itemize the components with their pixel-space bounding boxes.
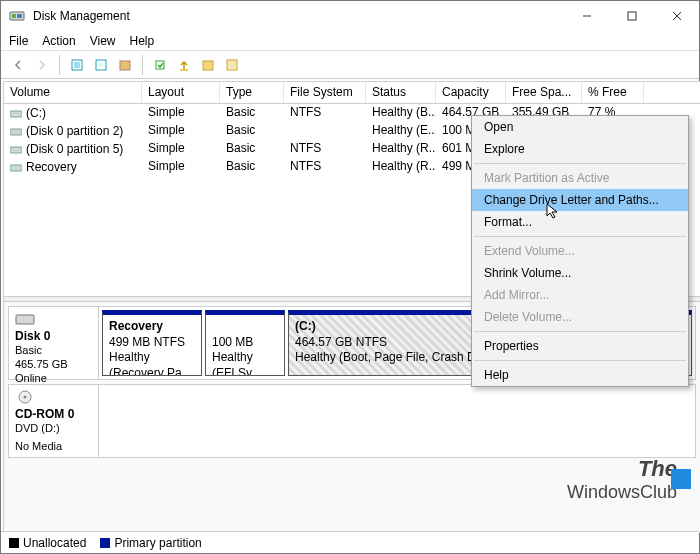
col-fs[interactable]: File System: [284, 82, 366, 103]
window: Disk Management File Action View Help Vo…: [0, 0, 700, 554]
col-pct[interactable]: % Free: [582, 82, 644, 103]
ctx-help[interactable]: Help: [472, 364, 688, 386]
partition[interactable]: Recovery 499 MB NTFS Healthy (Recovery P…: [102, 310, 202, 376]
watermark: The WindowsClub: [567, 456, 677, 503]
col-type[interactable]: Type: [220, 82, 284, 103]
svg-rect-8: [74, 62, 80, 68]
ctx-mark-active: Mark Partition as Active: [472, 167, 688, 189]
disk-info[interactable]: CD-ROM 0 DVD (D:) No Media: [9, 385, 99, 457]
ctx-extend: Extend Volume...: [472, 240, 688, 262]
disk-icon: [15, 311, 35, 327]
svg-rect-16: [10, 129, 22, 135]
ctx-shrink[interactable]: Shrink Volume...: [472, 262, 688, 284]
partition[interactable]: 100 MB Healthy (EFI Sy: [205, 310, 285, 376]
col-status[interactable]: Status: [366, 82, 436, 103]
svg-rect-19: [16, 315, 34, 324]
ctx-properties[interactable]: Properties: [472, 335, 688, 357]
toolbar-icon-4[interactable]: [149, 54, 171, 76]
toolbar-icon-1[interactable]: [66, 54, 88, 76]
svg-rect-2: [17, 14, 22, 18]
toolbar-icon-5[interactable]: [173, 54, 195, 76]
back-button[interactable]: [7, 54, 29, 76]
titlebar: Disk Management: [1, 1, 699, 31]
toolbar-icon-3[interactable]: [114, 54, 136, 76]
svg-rect-17: [10, 147, 22, 153]
svg-rect-14: [227, 60, 237, 70]
ctx-mirror: Add Mirror...: [472, 284, 688, 306]
menu-action[interactable]: Action: [42, 34, 75, 48]
legend: Unallocated Primary partition: [1, 531, 699, 553]
watermark-square-icon: [671, 469, 691, 489]
svg-rect-1: [12, 14, 16, 18]
svg-rect-13: [203, 61, 213, 70]
menubar: File Action View Help: [1, 31, 699, 51]
menu-help[interactable]: Help: [130, 34, 155, 48]
svg-rect-18: [10, 165, 22, 171]
cursor-icon: [546, 203, 562, 219]
menu-file[interactable]: File: [9, 34, 28, 48]
svg-point-21: [24, 396, 27, 399]
forward-button[interactable]: [31, 54, 53, 76]
app-icon: [9, 8, 25, 24]
maximize-button[interactable]: [609, 1, 654, 31]
close-button[interactable]: [654, 1, 699, 31]
context-menu: Open Explore Mark Partition as Active Ch…: [471, 115, 689, 387]
ctx-delete: Delete Volume...: [472, 306, 688, 328]
col-free[interactable]: Free Spa...: [506, 82, 582, 103]
col-volume[interactable]: Volume: [4, 82, 142, 103]
svg-rect-15: [10, 111, 22, 117]
menu-view[interactable]: View: [90, 34, 116, 48]
ctx-open[interactable]: Open: [472, 116, 688, 138]
window-title: Disk Management: [33, 9, 564, 23]
svg-rect-4: [628, 12, 636, 20]
legend-swatch-unallocated: [9, 538, 19, 548]
toolbar: [1, 51, 699, 79]
cdrom-icon: [15, 389, 35, 405]
toolbar-icon-6[interactable]: [197, 54, 219, 76]
col-layout[interactable]: Layout: [142, 82, 220, 103]
legend-swatch-primary: [100, 538, 110, 548]
ctx-format[interactable]: Format...: [472, 211, 688, 233]
svg-rect-12: [180, 69, 188, 71]
disk-info[interactable]: Disk 0 Basic 465.75 GB Online: [9, 307, 99, 379]
disk-row: CD-ROM 0 DVD (D:) No Media: [8, 384, 696, 458]
col-capacity[interactable]: Capacity: [436, 82, 506, 103]
ctx-change-drive-letter[interactable]: Change Drive Letter and Paths...: [472, 189, 688, 211]
toolbar-icon-7[interactable]: [221, 54, 243, 76]
refresh-icon[interactable]: [90, 54, 112, 76]
svg-rect-10: [120, 61, 130, 70]
minimize-button[interactable]: [564, 1, 609, 31]
volume-list-header: Volume Layout Type File System Status Ca…: [4, 82, 700, 104]
ctx-explore[interactable]: Explore: [472, 138, 688, 160]
volume-icon: [10, 108, 22, 118]
